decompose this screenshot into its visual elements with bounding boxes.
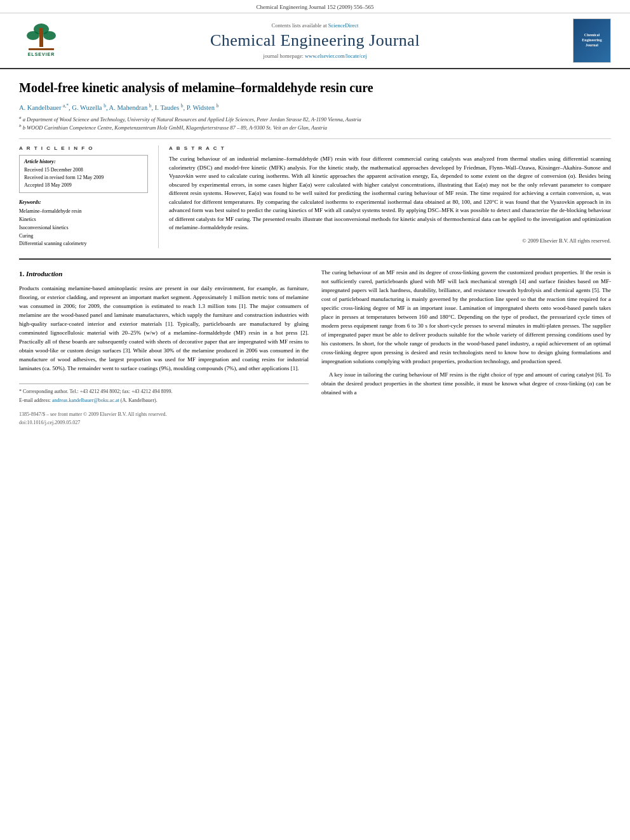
keyword-4: Curing (19, 232, 148, 241)
affiliation-b: b b WOOD Carinthian Competence Centre, K… (19, 123, 611, 131)
journal-title: Chemical Engineering Journal (64, 31, 566, 50)
svg-point-3 (43, 31, 56, 40)
journal-logo-box: Chemical Engineering Journal (566, 18, 611, 63)
intro-number: 1. (19, 270, 24, 277)
elsevier-logo: ELSEVIER (19, 23, 64, 59)
journal-citation-bar: Chemical Engineering Journal 152 (2009) … (0, 0, 630, 13)
journal-logo-image: Chemical Engineering Journal (573, 18, 611, 63)
abstract-column: A B S T R A C T The curing behaviour of … (159, 145, 611, 248)
svg-text:ELSEVIER: ELSEVIER (28, 52, 55, 57)
journal-citation: Chemical Engineering Journal 152 (2009) … (256, 4, 373, 10)
keyword-5: Differential scanning calorimetry (19, 240, 148, 248)
revised-date: Received in revised form 12 May 2009 (24, 174, 143, 182)
svg-point-2 (27, 31, 39, 40)
affiliation-a: a a Department of Wood Science and Techn… (19, 115, 611, 123)
body-right-column: The curing behaviour of an MF resin and … (321, 269, 611, 427)
copyright-line: © 2009 Elsevier B.V. All rights reserved… (169, 237, 611, 244)
body-section: 1. Introduction Products containing mela… (19, 258, 611, 427)
accepted-date: Accepted 18 May 2009 (24, 182, 143, 189)
keywords-title: Keywords: (19, 199, 148, 205)
intro-heading: 1. Introduction (19, 269, 309, 279)
homepage-url[interactable]: www.elsevier.com/locate/cej (305, 53, 367, 59)
history-title: Article history: (24, 159, 143, 164)
author-mahendran: A. Mahendran b (109, 104, 152, 111)
sciencedirect-link[interactable]: ScienceDirect (328, 22, 359, 29)
abstract-text: The curing behaviour of an industrial me… (169, 155, 611, 232)
page: Chemical Engineering Journal 152 (2009) … (0, 0, 630, 840)
issn-line: 1385-8947/$ – see front matter © 2009 El… (19, 411, 167, 427)
body-left-column: 1. Introduction Products containing mela… (19, 269, 309, 427)
keyword-1: Melamine–formaldehyde resin (19, 208, 148, 216)
footer-bottom: 1385-8947/$ – see front matter © 2009 El… (19, 411, 309, 427)
intro-heading-text: Introduction (26, 270, 62, 277)
intro-para-2: The curing behaviour of an MF resin and … (321, 269, 611, 366)
author-wuzella: G. Wuzella b (72, 104, 106, 111)
contents-line: Contents lists available at ScienceDirec… (64, 22, 566, 29)
intro-para-3: A key issue in tailoring the curing beha… (321, 371, 611, 397)
article-info-abstract-section: A R T I C L E I N F O Article history: R… (19, 138, 611, 248)
article-info-column: A R T I C L E I N F O Article history: R… (19, 145, 159, 248)
keywords-list: Melamine–formaldehyde resin Kinetics Iso… (19, 208, 148, 248)
keyword-3: Isoconversional kinetics (19, 224, 148, 232)
homepage-label: journal homepage: (263, 53, 304, 59)
email-note: E-mail address: andreas.kandelbauer@boku… (19, 397, 309, 404)
article-history-box: Article history: Received 15 December 20… (19, 155, 148, 193)
affiliations: a a Department of Wood Science and Techn… (19, 115, 611, 131)
author-taudes: I. Taudes b (155, 104, 184, 111)
email-link[interactable]: andreas.kandelbauer@boku.ac.at (52, 397, 119, 403)
authors: A. Kandelbauer a,*, G. Wuzella b, A. Mah… (19, 102, 611, 111)
main-content: Model-free kinetic analysis of melamine–… (0, 69, 630, 439)
header-center: Contents lists available at ScienceDirec… (64, 22, 566, 59)
journal-header: ELSEVIER Contents lists available at Sci… (0, 13, 630, 69)
abstract-label: A B S T R A C T (169, 145, 611, 151)
journal-homepage: journal homepage: www.elsevier.com/locat… (64, 53, 566, 59)
intro-para-1: Products containing melamine-based amino… (19, 284, 309, 373)
keyword-2: Kinetics (19, 216, 148, 224)
corresponding-author-note: * Corresponding author. Tel.: +43 4212 4… (19, 388, 309, 396)
journal-logo-title: Chemical Engineering Journal (582, 33, 601, 48)
received-date: Received 15 December 2008 (24, 166, 143, 174)
author-widsten: P. Widsten b (187, 104, 219, 111)
author-kandelbauer: A. Kandelbauer a,* (19, 104, 69, 111)
article-title: Model-free kinetic analysis of melamine–… (19, 79, 611, 96)
svg-rect-5 (29, 48, 54, 50)
article-footer: * Corresponding author. Tel.: +43 4212 4… (19, 383, 309, 405)
article-info-label: A R T I C L E I N F O (19, 145, 148, 151)
svg-rect-4 (39, 28, 43, 47)
